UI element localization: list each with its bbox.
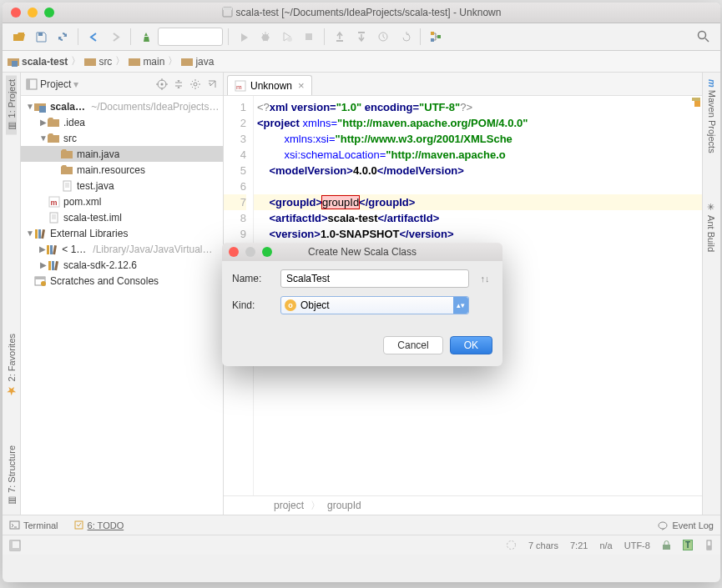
vcs-revert-icon[interactable] bbox=[395, 27, 415, 47]
editor-bc-item[interactable]: groupId bbox=[327, 500, 361, 511]
todo-tool-button[interactable]: 6: TODO bbox=[73, 520, 124, 530]
file-encoding[interactable]: UTF-8 bbox=[624, 540, 650, 550]
tree-row[interactable]: ▶< 1.8 >/Library/Java/JavaVirtualMachine… bbox=[21, 241, 223, 257]
maven-tool-tab[interactable]: m Maven Projects bbox=[707, 76, 717, 157]
run-icon[interactable] bbox=[234, 27, 254, 47]
caret-position[interactable]: 7:21 bbox=[570, 540, 588, 550]
line-number[interactable]: 8 bbox=[224, 210, 246, 226]
breadcrumb-item[interactable]: scala-test bbox=[6, 56, 69, 68]
code-line[interactable]: xmlns:xsi="http://www.w3.org/2001/XMLSch… bbox=[254, 131, 702, 147]
tree-row[interactable]: scala-test.iml bbox=[21, 209, 223, 225]
build-icon[interactable] bbox=[136, 27, 156, 47]
inspection-toggle-icon[interactable]: T bbox=[683, 540, 693, 550]
target-icon[interactable] bbox=[156, 78, 168, 90]
selection-length: 7 chars bbox=[528, 540, 558, 550]
tree-row[interactable]: mpom.xml bbox=[21, 193, 223, 209]
line-number[interactable]: 1 bbox=[224, 99, 246, 115]
svg-rect-19 bbox=[27, 79, 30, 89]
vcs-update-icon[interactable] bbox=[330, 27, 350, 47]
breadcrumb-item[interactable]: main bbox=[127, 56, 166, 68]
svg-rect-16 bbox=[129, 58, 140, 66]
lib-icon bbox=[34, 227, 48, 240]
hide-icon[interactable] bbox=[206, 78, 218, 90]
tree-row[interactable]: ▼External Libraries bbox=[21, 225, 223, 241]
tree-row[interactable]: main.java bbox=[21, 146, 223, 162]
project-tree[interactable]: ▼scala-test~/Documents/IdeaProjects/scal… bbox=[21, 96, 223, 291]
favorites-tool-tab[interactable]: ★ 2: Favorites bbox=[5, 330, 18, 401]
ok-button[interactable]: OK bbox=[450, 336, 492, 354]
vcs-history-icon[interactable] bbox=[373, 27, 393, 47]
breadcrumb-item[interactable]: src bbox=[83, 56, 114, 68]
line-number[interactable]: 6 bbox=[224, 178, 246, 194]
code-line[interactable]: <project xmlns="http://maven.apache.org/… bbox=[254, 115, 702, 131]
line-number[interactable]: 5 bbox=[224, 163, 246, 178]
back-icon[interactable] bbox=[83, 27, 104, 47]
error-stripe[interactable] bbox=[694, 101, 700, 107]
sort-toggle-icon[interactable]: ↑↓ bbox=[477, 274, 492, 284]
save-all-icon[interactable] bbox=[31, 27, 51, 47]
code-line[interactable]: <artifactId>scala-test</artifactId> bbox=[254, 210, 702, 226]
chevron-down-icon[interactable]: ▾ bbox=[73, 78, 78, 90]
tree-row[interactable]: main.resources bbox=[21, 162, 223, 178]
cancel-button[interactable]: Cancel bbox=[383, 336, 442, 354]
lock-icon[interactable] bbox=[662, 540, 671, 550]
line-number[interactable]: 3 bbox=[224, 131, 246, 147]
forward-icon[interactable] bbox=[105, 27, 125, 47]
stop-icon[interactable] bbox=[299, 27, 319, 47]
project-tool-tab[interactable]: ▤ 1: Project bbox=[6, 76, 17, 135]
tree-row[interactable]: ▼scala-test~/Documents/IdeaProjects/scal… bbox=[21, 98, 223, 114]
event-log-button[interactable]: Event Log bbox=[658, 520, 714, 530]
sync-icon[interactable] bbox=[53, 27, 73, 47]
vcs-commit-icon[interactable] bbox=[351, 27, 371, 47]
ant-tool-tab[interactable]: ✳ Ant Build bbox=[706, 199, 717, 255]
code-line[interactable]: <groupId>groupId</groupId> bbox=[254, 194, 702, 210]
chevron-updown-icon: ▴▾ bbox=[453, 297, 468, 314]
tree-arrow-icon[interactable]: ▶ bbox=[39, 260, 48, 269]
tree-row[interactable]: ▼src bbox=[21, 130, 223, 146]
structure-icon[interactable] bbox=[426, 27, 446, 47]
tool-windows-toggle-icon[interactable] bbox=[9, 540, 28, 551]
line-number[interactable]: 4 bbox=[224, 147, 246, 163]
kind-dropdown[interactable]: o Object ▴▾ bbox=[280, 296, 469, 314]
code-line[interactable]: <modelVersion>4.0.0</modelVersion> bbox=[254, 163, 702, 178]
tree-row[interactable]: Scratches and Consoles bbox=[21, 273, 223, 289]
code-line[interactable]: <version>1.0-SNAPSHOT</version> bbox=[254, 226, 702, 242]
memory-indicator-icon[interactable] bbox=[704, 540, 714, 550]
code-line[interactable] bbox=[254, 178, 702, 194]
svg-point-22 bbox=[194, 83, 197, 86]
terminal-tool-button[interactable]: Terminal bbox=[9, 520, 58, 530]
tree-label: scala-test bbox=[50, 101, 86, 113]
close-tab-icon[interactable]: × bbox=[298, 79, 305, 92]
tree-arrow-icon[interactable]: ▶ bbox=[39, 118, 48, 127]
coverage-icon[interactable] bbox=[277, 27, 297, 47]
tree-row[interactable]: test.java bbox=[21, 178, 223, 193]
svg-rect-5 bbox=[305, 33, 312, 40]
code-line[interactable]: xsi:schemaLocation="http://maven.apache.… bbox=[254, 147, 702, 163]
code-line[interactable]: <?xml version="1.0" encoding="UTF-8"?> bbox=[254, 99, 702, 115]
tree-arrow-icon[interactable]: ▼ bbox=[39, 133, 48, 143]
structure-tool-tab[interactable]: ▤ 7: Structure bbox=[6, 442, 17, 510]
editor-bc-item[interactable]: project bbox=[274, 500, 304, 511]
name-input[interactable] bbox=[280, 269, 469, 288]
tree-arrow-icon[interactable]: ▼ bbox=[26, 229, 34, 238]
svg-text:m: m bbox=[51, 199, 58, 207]
collapse-all-icon[interactable] bbox=[173, 78, 184, 90]
editor-tab[interactable]: m Unknown × bbox=[227, 75, 312, 95]
footer-bar: Terminal 6: TODO Event Log bbox=[3, 515, 720, 535]
bg-tasks-icon[interactable] bbox=[506, 540, 517, 550]
tree-row[interactable]: ▶scala-sdk-2.12.6 bbox=[21, 257, 223, 273]
search-icon[interactable] bbox=[694, 27, 714, 47]
open-icon[interactable] bbox=[9, 27, 29, 47]
debug-icon[interactable] bbox=[255, 27, 275, 47]
tree-arrow-icon[interactable]: ▶ bbox=[39, 244, 46, 254]
line-number[interactable]: 2 bbox=[224, 115, 246, 131]
tree-arrow-icon[interactable]: ▼ bbox=[26, 102, 34, 111]
tree-row[interactable]: ▶.idea bbox=[21, 114, 223, 130]
line-number[interactable]: 9 bbox=[224, 226, 246, 242]
run-config-dropdown[interactable] bbox=[158, 28, 223, 46]
tree-label: main.resources bbox=[77, 164, 145, 176]
line-separator[interactable]: n/a bbox=[599, 540, 612, 550]
gear-icon[interactable] bbox=[189, 78, 201, 90]
breadcrumb-item[interactable]: java bbox=[179, 56, 215, 68]
line-number[interactable]: 7 bbox=[224, 194, 246, 210]
